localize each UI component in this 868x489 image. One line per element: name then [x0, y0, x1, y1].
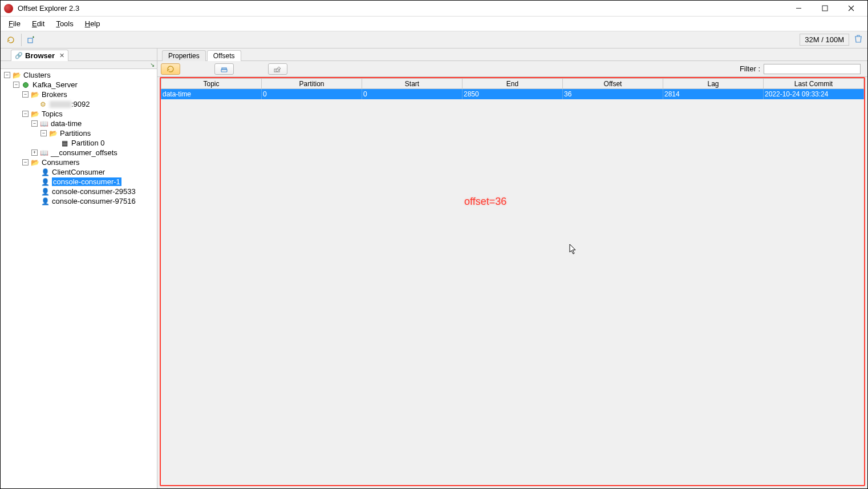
th-last-commit[interactable]: Last Commit: [764, 79, 864, 89]
add-cluster-button[interactable]: [23, 34, 39, 46]
cell-end: 2850: [463, 89, 563, 99]
th-lag[interactable]: Lag: [663, 79, 764, 89]
toolbar-separator: [21, 34, 22, 46]
sidebar-tabs: 🔗 Browser ✕: [1, 49, 157, 61]
sidebar: 🔗 Browser ✕ ↘ −📂Clusters −Kafka_Server −…: [1, 49, 157, 488]
tree-partitions[interactable]: −📂Partitions: [1, 128, 157, 138]
consumer-icon: 👤: [40, 197, 50, 206]
filter-input[interactable]: [764, 64, 861, 74]
menu-bar: File Edit Tools Help: [1, 17, 867, 31]
main-panel: Properties Offsets Filter : Topic Partit…: [157, 49, 867, 488]
th-topic[interactable]: Topic: [161, 79, 262, 89]
refresh-button[interactable]: [3, 34, 19, 46]
tab-properties[interactable]: Properties: [162, 50, 206, 61]
filter-label: Filter :: [740, 64, 760, 73]
th-partition[interactable]: Partition: [262, 79, 362, 89]
table-header-row: Topic Partition Start End Offset Lag Las…: [161, 79, 864, 89]
tree-consumers[interactable]: −📂Consumers: [1, 157, 157, 167]
tree-clusters[interactable]: −📂Clusters: [1, 70, 157, 80]
cell-start: 0: [362, 89, 463, 99]
maximize-button[interactable]: [812, 1, 838, 17]
main-toolbar: 32M / 100M: [1, 31, 867, 49]
title-bar: Offset Explorer 2.3: [1, 1, 867, 17]
topic-icon: 📖: [39, 119, 48, 128]
partition-icon: ▦: [60, 139, 69, 148]
cell-last-commit: 2022-10-24 09:33:24: [764, 89, 864, 99]
close-button[interactable]: [838, 1, 864, 17]
edit-button[interactable]: [268, 63, 287, 75]
trash-icon[interactable]: [854, 34, 863, 45]
tree-topic-data-time[interactable]: −📖data-time: [1, 119, 157, 128]
mouse-cursor-icon: [569, 244, 577, 257]
folder-open-icon: 📂: [30, 158, 39, 167]
export-button[interactable]: [214, 63, 234, 75]
tree-icon: 🔗: [15, 52, 23, 59]
cell-lag: 2814: [663, 89, 764, 99]
tree-kafka-server[interactable]: −Kafka_Server: [1, 80, 157, 90]
memory-status: 32M / 100M: [800, 34, 849, 46]
consumer-icon: 👤: [40, 168, 50, 177]
table-row[interactable]: data-time 0 0 2850 36 2814 2022-10-24 09…: [161, 89, 864, 99]
tree-topics[interactable]: −📂Topics: [1, 109, 157, 119]
folder-open-icon: 📂: [12, 71, 21, 80]
topic-icon: 📖: [39, 148, 48, 157]
menu-tools[interactable]: Tools: [50, 18, 79, 30]
tree-consumer-29533[interactable]: 👤console-consumer-29533: [1, 187, 157, 196]
folder-open-icon: 📂: [30, 110, 39, 119]
browser-tab-label: Browser: [25, 51, 55, 60]
cell-topic: data-time: [161, 89, 262, 99]
close-tab-icon[interactable]: ✕: [59, 52, 64, 59]
svg-rect-1: [28, 38, 33, 43]
tree-consumer-97516[interactable]: 👤console-consumer-97516: [1, 196, 157, 206]
tree-consumer-offsets[interactable]: +📖__consumer_offsets: [1, 148, 157, 157]
menu-edit[interactable]: Edit: [26, 18, 50, 30]
annotation-label: offset=36: [464, 196, 506, 208]
gear-icon: ⚙: [38, 100, 47, 109]
cell-partition: 0: [262, 89, 362, 99]
table-container: Topic Partition Start End Offset Lag Las…: [157, 77, 867, 488]
offsets-toolbar: Filter :: [157, 61, 867, 77]
tree-view[interactable]: −📂Clusters −Kafka_Server −📂Brokers ⚙:909…: [1, 69, 157, 488]
svg-rect-0: [822, 6, 828, 11]
consumer-icon: 👤: [40, 177, 50, 187]
tree-brokers[interactable]: −📂Brokers: [1, 90, 157, 99]
tree-consumer-client[interactable]: 👤ClientConsumer: [1, 167, 157, 177]
consumer-icon: 👤: [40, 187, 50, 196]
browser-tab[interactable]: 🔗 Browser ✕: [11, 50, 68, 61]
offsets-table: Topic Partition Start End Offset Lag Las…: [161, 78, 864, 99]
tree-partition-0[interactable]: ▦Partition 0: [1, 138, 157, 148]
content-tabs: Properties Offsets: [157, 49, 867, 61]
menu-help[interactable]: Help: [79, 18, 106, 30]
cell-offset: 36: [563, 89, 663, 99]
tab-offsets[interactable]: Offsets: [207, 50, 241, 61]
status-green-icon: [21, 80, 30, 90]
sidebar-corner: ↘: [1, 61, 157, 69]
tree-consumer-1[interactable]: 👤console-consumer-1: [1, 177, 157, 187]
obscured-host: [50, 101, 71, 108]
minimize-button[interactable]: [785, 1, 812, 17]
refresh-offsets-button[interactable]: [161, 63, 180, 75]
folder-open-icon: 📂: [30, 90, 39, 99]
menu-file[interactable]: File: [3, 18, 26, 30]
offsets-table-wrapper: Topic Partition Start End Offset Lag Las…: [160, 77, 865, 486]
window-title: Offset Explorer 2.3: [18, 4, 785, 13]
th-end[interactable]: End: [463, 79, 563, 89]
folder-open-icon: 📂: [48, 129, 58, 138]
tree-broker-0[interactable]: ⚙:9092: [1, 99, 157, 109]
th-offset[interactable]: Offset: [563, 79, 663, 89]
th-start[interactable]: Start: [362, 79, 463, 89]
app-icon: [4, 4, 13, 13]
